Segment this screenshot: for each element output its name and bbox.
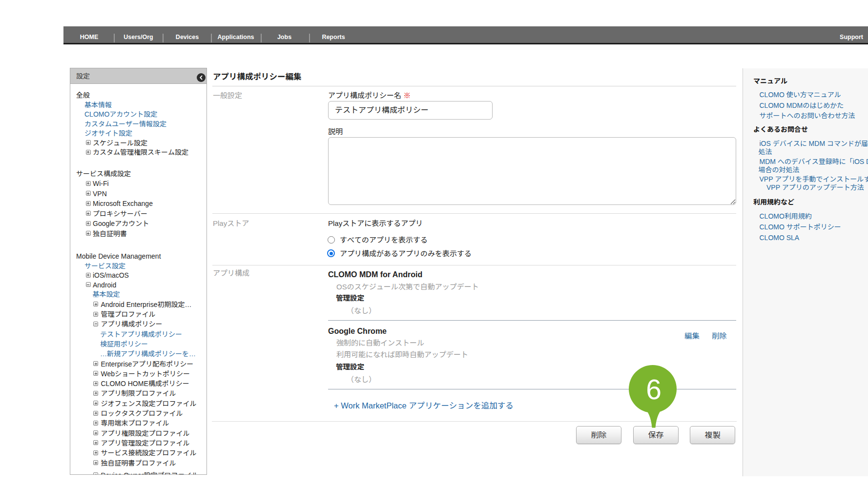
svg-text:6: 6	[646, 374, 661, 405]
